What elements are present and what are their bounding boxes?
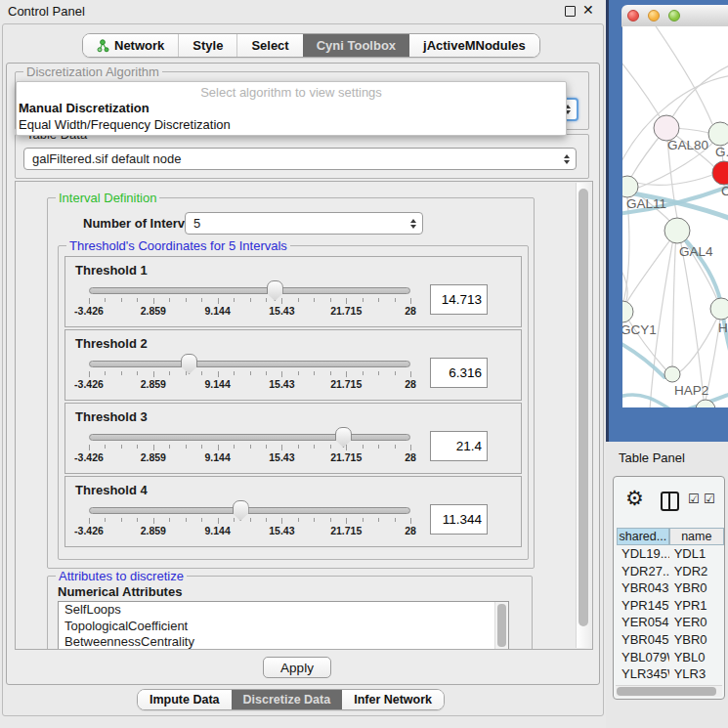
- spinner-arrows-icon[interactable]: [410, 219, 422, 229]
- tick-mark: [314, 445, 315, 449]
- tick-mark: [314, 371, 315, 375]
- tick-mark: [201, 371, 202, 375]
- threshold-value-field[interactable]: [430, 284, 488, 315]
- tick-mark: [153, 518, 154, 524]
- network-edge[interactable]: [652, 26, 712, 124]
- network-node-gal4[interactable]: [664, 218, 690, 243]
- tick-mark: [266, 518, 267, 522]
- threshold-value-field[interactable]: [430, 431, 488, 461]
- tick-mark: [153, 445, 154, 450]
- spinner-arrows-icon[interactable]: [564, 154, 576, 164]
- tick-mark: [395, 445, 396, 449]
- table-cell: YDR27...: [617, 563, 669, 580]
- column-header-name[interactable]: name: [669, 528, 724, 545]
- attributes-group: Attributes to discretize Numerical Attri…: [47, 576, 533, 650]
- network-node-h[interactable]: [710, 298, 728, 320]
- node-table: shared...name YDL19...YDL1YDR27...YDR2YB…: [617, 528, 724, 685]
- tick-mark: [298, 445, 299, 449]
- network-node-label: G.: [715, 145, 728, 159]
- threshold-panel-2: Threshold 2-3.4262.8599.14415.4321.71528: [64, 329, 522, 401]
- table-row[interactable]: YBL079WYBL0: [617, 649, 724, 666]
- threshold-value-field[interactable]: [430, 504, 488, 535]
- tick-mark: [281, 518, 282, 524]
- tab-select[interactable]: Select: [236, 34, 302, 57]
- threshold-value-field[interactable]: [430, 358, 488, 388]
- table-row[interactable]: YDL19...YDL1: [617, 545, 724, 563]
- tick-label: 15.43: [269, 451, 294, 463]
- network-icon: [97, 39, 109, 53]
- slider-track[interactable]: [89, 507, 410, 514]
- threshold-slider[interactable]: -3.4262.8599.14415.4321.71528: [89, 499, 410, 538]
- tab-network[interactable]: Network: [83, 34, 178, 57]
- threshold-slider[interactable]: -3.4262.8599.14415.4321.71528: [89, 279, 410, 319]
- float-window-icon[interactable]: [565, 6, 576, 17]
- dropdown-item-equal-width[interactable]: Equal Width/Frequency Discretization: [17, 116, 566, 133]
- slider-track[interactable]: [89, 434, 410, 441]
- network-edge[interactable]: [666, 64, 728, 128]
- table-hscrollbar[interactable]: [616, 685, 722, 697]
- gear-icon[interactable]: ⚙: [625, 487, 644, 510]
- settings-scrollbar[interactable]: [576, 183, 591, 648]
- table-row[interactable]: YBR043CYBR0: [617, 579, 724, 597]
- numerical-attributes-list: SelfLoopsTopologicalCoefficientBetweenne…: [58, 601, 509, 650]
- table-row[interactable]: YDR27...YDR2: [617, 563, 724, 580]
- tab-impute-data[interactable]: Impute Data: [138, 690, 232, 709]
- network-node-hap2[interactable]: [664, 366, 680, 382]
- network-node-g[interactable]: [708, 122, 728, 146]
- table-row[interactable]: YBR045CYBR0: [617, 631, 724, 649]
- tick-mark: [121, 371, 122, 375]
- interval-definition-title: Interval Definition: [56, 191, 159, 205]
- tick-mark: [169, 518, 170, 522]
- tick-mark: [169, 371, 170, 375]
- tick-mark: [330, 518, 331, 522]
- tick-mark: [346, 445, 347, 450]
- network-node-gcy1[interactable]: [622, 301, 633, 322]
- close-traffic-light[interactable]: [627, 10, 639, 21]
- close-icon[interactable]: ✕: [582, 2, 594, 18]
- threshold-slider[interactable]: -3.4262.8599.14415.4321.71528: [89, 353, 410, 392]
- network-node-c[interactable]: [712, 161, 728, 185]
- network-edge[interactable]: [622, 341, 664, 377]
- slider-track[interactable]: [89, 287, 410, 294]
- num-intervals-combobox[interactable]: 5: [185, 212, 423, 235]
- tab-cyni-toolbox[interactable]: Cyni Toolbox: [303, 34, 409, 57]
- table-row[interactable]: YLR345WYLR3: [617, 665, 724, 683]
- checkbox-icon[interactable]: ☑: [688, 492, 700, 506]
- tick-mark: [395, 371, 396, 375]
- tick-label: 28: [405, 305, 416, 317]
- apply-button[interactable]: Apply: [263, 657, 331, 678]
- attribute-list-item[interactable]: TopologicalCoefficient: [59, 619, 508, 635]
- table-cell: YBR0: [669, 579, 724, 597]
- tab-label: Cyni Toolbox: [317, 38, 396, 53]
- table-row[interactable]: YER054CYER0: [617, 614, 724, 631]
- attribute-list-item[interactable]: SelfLoops: [59, 602, 508, 619]
- network-edge[interactable]: [626, 231, 677, 303]
- tab-discretize-data[interactable]: Discretize Data: [232, 690, 343, 709]
- slider-track[interactable]: [89, 361, 410, 367]
- tick-mark: [186, 371, 187, 375]
- tab-infer-network[interactable]: Infer Network: [342, 690, 444, 709]
- checkbox-icon[interactable]: ☑: [704, 492, 715, 506]
- threshold-slider[interactable]: -3.4262.8599.14415.4321.71528: [89, 426, 410, 465]
- tab-label: Infer Network: [354, 693, 432, 707]
- attribute-list-item[interactable]: BetweennessCentrality: [59, 634, 508, 650]
- tick-mark: [186, 445, 187, 449]
- tick-label: 2.859: [141, 378, 166, 390]
- minimize-traffic-light[interactable]: [648, 10, 660, 21]
- table-row[interactable]: YPR145WYPR1: [617, 597, 724, 615]
- attributes-scrollbar[interactable]: [494, 602, 508, 650]
- network-edge[interactable]: [672, 233, 676, 366]
- tab-style[interactable]: Style: [178, 34, 236, 57]
- tab-jactivemnodules[interactable]: jActiveMNodules: [409, 34, 539, 57]
- zoom-traffic-light[interactable]: [668, 10, 680, 21]
- tick-mark: [169, 445, 170, 449]
- network-canvas[interactable]: GAL80G.CGAL11GAL4GCY1HHAP2: [622, 26, 728, 407]
- table-data-combobox[interactable]: galFiltered.sif default node: [23, 148, 577, 170]
- column-header-shared-[interactable]: shared...: [617, 528, 669, 545]
- dropdown-item-manual[interactable]: Manual Discretization: [17, 100, 566, 116]
- interval-definition-group: Interval Definition Number of Intervals …: [47, 197, 535, 569]
- network-window-titlebar[interactable]: [621, 5, 728, 27]
- split-columns-icon[interactable]: [661, 492, 679, 511]
- table-cell: YPR1: [669, 597, 724, 615]
- tick-label: -3.426: [74, 525, 104, 536]
